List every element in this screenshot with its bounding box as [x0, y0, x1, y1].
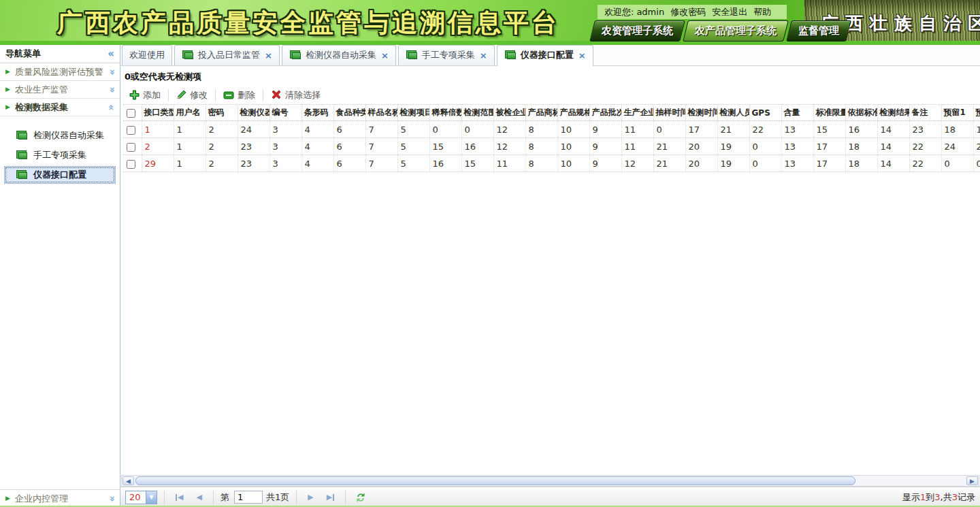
column-header[interactable]: 抽样时间 — [653, 105, 685, 121]
page-number-input[interactable] — [234, 491, 263, 504]
tab-auto-collection[interactable]: 检测仪器自动采集 × — [282, 45, 396, 65]
refresh-button[interactable] — [353, 492, 369, 503]
select-all-checkbox[interactable] — [127, 109, 135, 118]
edit-button[interactable]: 修改 — [169, 89, 215, 101]
prev-page-icon: ◀ — [196, 493, 201, 502]
column-header[interactable]: 接口类型 — [142, 105, 174, 121]
column-header[interactable]: 检测项目 — [397, 105, 429, 121]
column-header[interactable]: 稀释倍数 — [429, 105, 461, 121]
column-header[interactable]: 检测仪器 — [238, 105, 270, 121]
folder-icon — [507, 52, 516, 59]
column-header[interactable]: 依据标准 — [845, 105, 877, 121]
close-icon[interactable]: × — [265, 51, 272, 60]
collapse-sidebar-icon[interactable]: « — [108, 48, 114, 60]
table-cell: 22 — [909, 155, 941, 172]
close-icon[interactable]: × — [381, 51, 389, 60]
next-page-button[interactable]: ▶ — [304, 493, 317, 502]
table-cell: 19 — [717, 138, 749, 155]
tab-welcome[interactable]: 欢迎使用 — [122, 45, 172, 65]
system-tab-agri-materials[interactable]: 农资管理子系统 — [589, 20, 685, 42]
table-row: 2912233467516151181091221201901317181422… — [123, 155, 980, 172]
table-cell: 0 — [749, 155, 781, 172]
column-header[interactable]: 食品种类 — [333, 105, 365, 121]
column-header[interactable]: 含量 — [781, 105, 813, 121]
add-button[interactable]: 添加 — [122, 89, 168, 101]
logout-link[interactable]: 安全退出 — [712, 6, 747, 18]
clear-selection-button[interactable]: 清除选择 — [263, 89, 328, 101]
table-cell: 1 — [174, 155, 206, 172]
column-header[interactable]: 产品批次 — [589, 105, 621, 121]
first-page-button[interactable]: ◀ — [172, 493, 187, 502]
table-cell: 18 — [845, 138, 877, 155]
sidebar-group-risk-monitoring[interactable]: ▶ 质量风险监测评估预警 « — [0, 63, 120, 81]
sidebar-item-instrument-interface-config[interactable]: 仪器接口配置 — [4, 166, 116, 184]
sidebar-item-manual-collection[interactable]: 手工专项采集 — [4, 146, 116, 164]
scroll-right-button[interactable]: ▶ — [966, 476, 978, 485]
tab-manual-collection[interactable]: 手工专项采集 × — [398, 45, 495, 65]
table-cell: 16 — [461, 138, 493, 155]
tab-input-daily-supervision[interactable]: 投入品日常监管 × — [174, 45, 280, 65]
column-header[interactable]: 样品名称 — [365, 105, 397, 121]
table-cell: 14 — [877, 121, 909, 138]
table-cell: 0 — [941, 155, 973, 172]
scroll-left-button[interactable]: ◀ — [122, 476, 134, 485]
column-header[interactable]: 产品规格 — [557, 105, 589, 121]
column-header[interactable]: 生产企业 — [621, 105, 653, 121]
table-cell: 4 — [301, 121, 333, 138]
sidebar-group-production-supervision[interactable]: ▶ 农业生产监管 « — [0, 81, 120, 99]
table-cell: 5 — [397, 138, 429, 155]
tab-instrument-interface-config[interactable]: 仪器接口配置 × — [497, 45, 593, 66]
change-password-link[interactable]: 修改密码 — [670, 6, 706, 18]
column-header[interactable]: GPS — [749, 105, 781, 121]
folder-icon — [18, 172, 27, 179]
column-header[interactable]: 检测时间 — [685, 105, 717, 121]
close-icon[interactable]: × — [480, 51, 487, 60]
pagination-bar: 20 ▼ ◀ ◀ 第 共1页 ▶ ▶ — [120, 487, 980, 507]
tab-label: 手工专项采集 — [422, 49, 475, 61]
column-header[interactable]: 标准限量 — [813, 105, 845, 121]
table-cell: 23 — [238, 138, 270, 155]
table-cell: 12 — [493, 138, 525, 155]
help-link[interactable]: 帮助 — [753, 6, 771, 18]
column-header[interactable]: 预留1 — [941, 105, 973, 121]
sidebar-group-enterprise-control[interactable]: ▶ 企业内控管理 « — [0, 489, 120, 507]
sidebar-group-detection-data[interactable]: ▶ 检测数据采集 « — [0, 99, 120, 116]
column-header[interactable]: 检测人员 — [717, 105, 749, 121]
delete-button[interactable]: 删除 — [216, 89, 263, 101]
row-checkbox[interactable] — [127, 160, 135, 169]
column-header[interactable]: 检测结果 — [877, 105, 909, 121]
table-cell: 18 — [845, 155, 877, 172]
close-icon[interactable]: × — [578, 51, 586, 60]
row-checkbox[interactable] — [127, 126, 135, 135]
status-number: 3 — [934, 492, 940, 502]
status-text: 记录 — [958, 492, 975, 502]
column-header[interactable]: 密码 — [206, 105, 238, 121]
table-cell: 5 — [397, 121, 429, 138]
last-page-button[interactable]: ▶ — [323, 493, 338, 502]
table-cell: 1 — [174, 138, 206, 155]
column-header[interactable]: 预留2 — [973, 105, 980, 121]
column-header[interactable]: 编号 — [270, 105, 301, 121]
system-tab-agri-products[interactable]: 农产品管理子系统 — [683, 20, 789, 42]
horizontal-scrollbar: ◀ ▶ — [121, 475, 979, 487]
row-checkbox-cell — [123, 121, 142, 138]
column-header[interactable]: 用户名 — [174, 105, 206, 121]
scrollbar-thumb[interactable] — [135, 476, 855, 485]
chevron-down-icon: « — [106, 495, 116, 502]
prev-page-button[interactable]: ◀ — [192, 493, 206, 502]
button-label: 添加 — [143, 89, 161, 101]
system-tab-supervision[interactable]: 监督管理 — [786, 20, 851, 42]
column-header[interactable]: 产品商标 — [525, 105, 557, 121]
sidebar-submenu: 检测仪器自动采集 手工专项采集 仪器接口配置 — [0, 116, 120, 186]
work-tab-bar: 欢迎使用 投入品日常监管 × 检测仪器自动采集 × 手工专项采集 × 仪器接口配… — [120, 45, 980, 66]
page-size-select[interactable]: 20 ▼ — [125, 491, 157, 504]
column-header[interactable]: 备注 — [909, 105, 941, 121]
column-header[interactable]: 检测范围 — [461, 105, 493, 121]
record-count-status: 显示1到3,共3记录 — [902, 491, 975, 504]
table-cell: 8 — [525, 138, 557, 155]
row-checkbox[interactable] — [127, 143, 135, 152]
column-header[interactable]: 条形码 — [301, 105, 333, 121]
username: admin — [636, 7, 664, 17]
column-header[interactable]: 被检企业 — [493, 105, 525, 121]
sidebar-item-auto-collection[interactable]: 检测仪器自动采集 — [4, 127, 116, 144]
